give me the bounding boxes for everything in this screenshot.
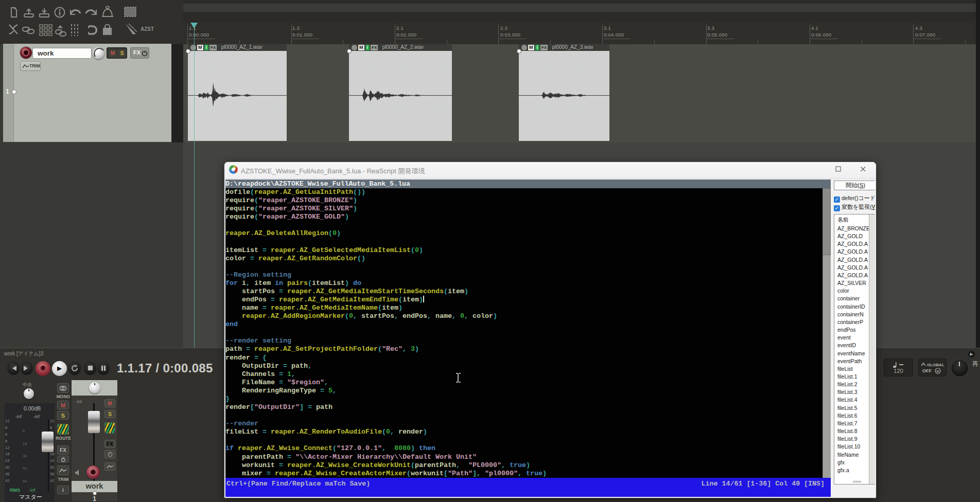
svg-text:GLOBAL: GLOBAL: [927, 363, 944, 367]
